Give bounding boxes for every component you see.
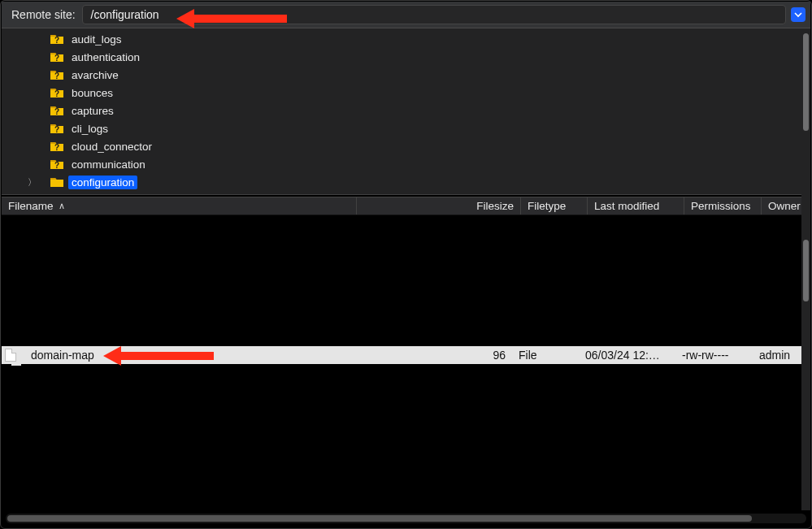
column-filename-label: Filename (8, 200, 54, 212)
column-filename[interactable]: Filename ∧ (2, 197, 357, 215)
folder-icon: ? (50, 33, 63, 45)
list-row-frag (2, 364, 801, 368)
folder-icon: ? (50, 69, 63, 80)
sort-asc-icon: ∧ (59, 201, 65, 211)
tree-item-label: communication (68, 158, 149, 171)
tree-item-label: avarchive (68, 68, 122, 82)
remote-path-input[interactable]: /configuration (82, 5, 786, 24)
tree-item-label: captures (68, 104, 117, 118)
file-type: File (512, 349, 579, 362)
vertical-scrollbar[interactable] (801, 28, 810, 510)
svg-text:?: ? (54, 125, 59, 134)
remote-site-bar: Remote site: /configuration (2, 2, 810, 28)
vertical-scroll-thumb[interactable] (803, 240, 809, 301)
tree-item-label: audit_logs (68, 33, 125, 46)
column-last-modified[interactable]: Last modified (588, 197, 684, 215)
remote-site-label: Remote site: (11, 8, 76, 21)
folder-icon: ? (50, 51, 63, 63)
horizontal-scrollbar[interactable] (6, 514, 806, 523)
tree-item-label: bounces (68, 86, 116, 100)
tree-item-label: authentication (68, 50, 143, 64)
tree-item[interactable]: 〉?authentication (2, 48, 810, 66)
directory-tree[interactable]: 〉?audit_logs〉?authentication〉?avarchive〉… (2, 28, 810, 195)
folder-icon (50, 176, 63, 188)
tree-item[interactable]: 〉?captures (2, 102, 810, 119)
folder-icon: ? (50, 123, 63, 134)
svg-text:?: ? (54, 143, 59, 152)
folder-icon: ? (50, 141, 63, 152)
svg-text:?: ? (54, 54, 59, 63)
file-name: domain-map (24, 349, 358, 362)
file-owner: admin (753, 349, 801, 362)
column-permissions[interactable]: Permissions (684, 197, 762, 215)
tree-item-label: cli_logs (68, 122, 111, 136)
tree-item[interactable]: 〉?communication (2, 155, 810, 173)
column-filetype[interactable]: Filetype (521, 197, 588, 215)
remote-path-dropdown-button[interactable] (791, 7, 805, 22)
tree-item-label: configuration (68, 176, 137, 189)
folder-icon: ? (50, 87, 63, 98)
tree-item[interactable]: 〉?avarchive (2, 66, 810, 84)
tree-item[interactable]: 〉?audit_logs (2, 30, 810, 48)
tree-item[interactable]: 〉configuration (2, 173, 810, 191)
file-icon (5, 349, 16, 362)
tree-item[interactable]: 〉?cli_logs (2, 119, 810, 137)
file-permissions: -rw-rw---- (675, 349, 753, 362)
tree-item[interactable]: 〉?bounces (2, 84, 810, 102)
column-filesize[interactable]: Filesize (445, 197, 521, 215)
horizontal-scroll-thumb[interactable] (7, 515, 752, 522)
file-modified: 06/03/24 12:… (579, 349, 675, 362)
file-size: 96 (436, 349, 512, 362)
file-list[interactable]: domain-map96File06/03/24 12:…-rw-rw----a… (2, 215, 801, 510)
tree-item-label: cloud_connector (68, 140, 155, 154)
expand-icon[interactable]: 〉 (28, 176, 37, 189)
folder-icon: ? (50, 105, 63, 116)
remote-panel: Remote site: /configuration 〉?audit_logs… (0, 0, 812, 529)
tree-item[interactable]: 〉?cloud_connector (2, 137, 810, 155)
vertical-scroll-thumb[interactable] (803, 33, 809, 131)
folder-icon: ? (50, 158, 63, 170)
svg-text:?: ? (54, 107, 59, 116)
file-list-header[interactable]: Filename ∧ Filesize Filetype Last modifi… (2, 197, 810, 215)
svg-text:?: ? (54, 161, 59, 170)
remote-path-text: /configuration (91, 8, 159, 21)
svg-text:?: ? (54, 89, 59, 98)
file-row[interactable]: domain-map96File06/03/24 12:…-rw-rw----a… (2, 346, 801, 364)
svg-text:?: ? (54, 36, 59, 45)
svg-text:?: ? (54, 72, 59, 80)
chevron-down-icon (794, 11, 802, 19)
